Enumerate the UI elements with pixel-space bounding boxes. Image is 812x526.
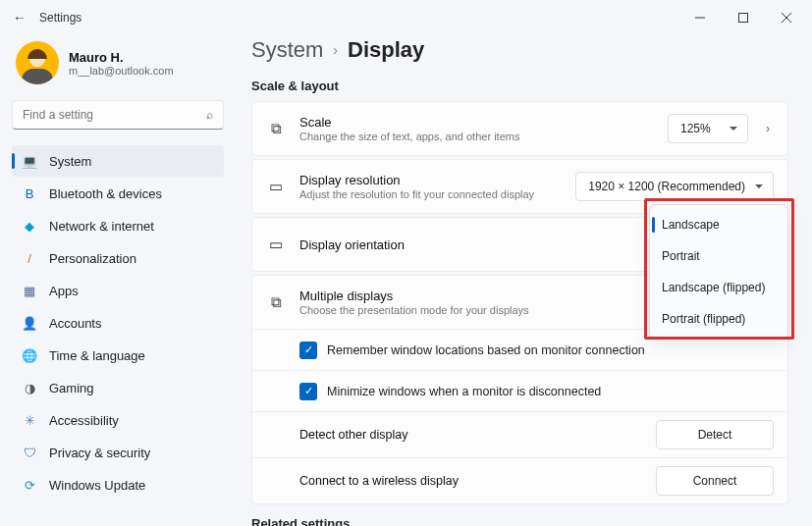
sidebar-item-time-language[interactable]: 🌐Time & language	[12, 340, 224, 371]
system-icon: 💻	[22, 153, 37, 169]
apps-icon: ▦	[22, 283, 37, 298]
orientation-icon: ▭	[266, 236, 286, 253]
scale-select[interactable]: 125%	[668, 114, 748, 143]
sidebar-item-label: Personalization	[49, 251, 136, 266]
accessibility-icon: ✳	[22, 412, 37, 428]
sidebar-item-accounts[interactable]: 👤Accounts	[12, 307, 224, 339]
profile-name: Mauro H.	[69, 50, 174, 65]
sidebar-item-label: Accessibility	[49, 413, 119, 428]
orientation-option[interactable]: Landscape (flipped)	[650, 272, 787, 303]
profile-email: m__lab@outlook.com	[69, 65, 174, 77]
gaming-icon: ◑	[22, 380, 37, 395]
sidebar-item-personalization[interactable]: /Personalization	[12, 242, 224, 274]
svg-rect-1	[739, 14, 748, 23]
orientation-dropdown[interactable]: LandscapePortraitLandscape (flipped)Port…	[649, 204, 788, 340]
scale-icon: ⧉	[266, 120, 286, 137]
sidebar-item-system[interactable]: 💻System	[12, 145, 224, 177]
sidebar-item-label: Gaming	[49, 381, 94, 395]
breadcrumb-system[interactable]: System	[251, 37, 323, 63]
scale-row[interactable]: ⧉ Scale Change the size of text, apps, a…	[252, 102, 787, 155]
sidebar-item-bluetooth[interactable]: BBluetooth & devices	[12, 178, 224, 209]
sidebar-item-windows-update[interactable]: ⟳Windows Update	[12, 469, 224, 500]
remember-checkbox[interactable]: ✓	[299, 342, 317, 359]
privacy-icon: 🛡	[22, 445, 37, 460]
bluetooth-icon: B	[22, 185, 37, 201]
sidebar-item-apps[interactable]: ▦Apps	[12, 275, 224, 306]
sidebar-item-privacy[interactable]: 🛡Privacy & security	[12, 437, 224, 468]
search-input[interactable]: ⌕	[12, 100, 224, 130]
windows-update-icon: ⟳	[22, 477, 37, 493]
sidebar-item-label: Windows Update	[49, 478, 145, 493]
chevron-right-icon[interactable]: ›	[762, 122, 774, 135]
accounts-icon: 👤	[22, 315, 37, 331]
sidebar-item-label: Privacy & security	[49, 446, 150, 460]
sidebar-item-label: Network & internet	[49, 219, 154, 234]
breadcrumb-sep: ›	[333, 42, 338, 58]
minimize-row[interactable]: ✓ Minimize windows when a monitor is dis…	[252, 370, 787, 411]
section-scale-layout: Scale & layout	[251, 79, 788, 93]
detect-button[interactable]: Detect	[656, 420, 774, 449]
back-button[interactable]: ←	[4, 10, 35, 26]
section-related: Related settings	[251, 516, 788, 526]
avatar	[16, 41, 59, 84]
sidebar-item-label: Accounts	[49, 316, 101, 331]
profile[interactable]: Mauro H. m__lab@outlook.com	[12, 35, 224, 100]
breadcrumb-display: Display	[348, 37, 424, 63]
sidebar-item-label: System	[49, 154, 91, 169]
search-icon: ⌕	[206, 108, 213, 122]
sidebar-item-gaming[interactable]: ◑Gaming	[12, 372, 224, 403]
minimize-button[interactable]	[678, 3, 722, 32]
personalization-icon: /	[22, 250, 37, 266]
sidebar-item-label: Apps	[49, 284, 79, 298]
resolution-icon: ▭	[266, 178, 286, 195]
close-button[interactable]	[765, 3, 808, 32]
multiple-icon: ⧉	[266, 293, 286, 311]
sidebar-item-label: Time & language	[49, 348, 145, 363]
detect-row: Detect other display Detect	[252, 411, 787, 457]
maximize-button[interactable]	[722, 3, 765, 32]
network-icon: ◆	[22, 218, 37, 234]
breadcrumb: System › Display	[251, 35, 788, 75]
sidebar-item-label: Bluetooth & devices	[49, 186, 162, 201]
minimize-checkbox[interactable]: ✓	[299, 383, 317, 400]
connect-row: Connect to a wireless display Connect	[252, 457, 787, 503]
sidebar-item-network[interactable]: ◆Network & internet	[12, 210, 224, 241]
search-field[interactable]	[23, 108, 206, 122]
window-title: Settings	[39, 11, 81, 25]
time-language-icon: 🌐	[22, 347, 37, 363]
orientation-option[interactable]: Landscape	[650, 209, 787, 240]
connect-button[interactable]: Connect	[656, 466, 774, 496]
orientation-option[interactable]: Portrait (flipped)	[650, 303, 787, 335]
resolution-select[interactable]: 1920 × 1200 (Recommended)	[575, 172, 774, 201]
orientation-option[interactable]: Portrait	[650, 240, 787, 272]
sidebar-item-accessibility[interactable]: ✳Accessibility	[12, 404, 224, 436]
